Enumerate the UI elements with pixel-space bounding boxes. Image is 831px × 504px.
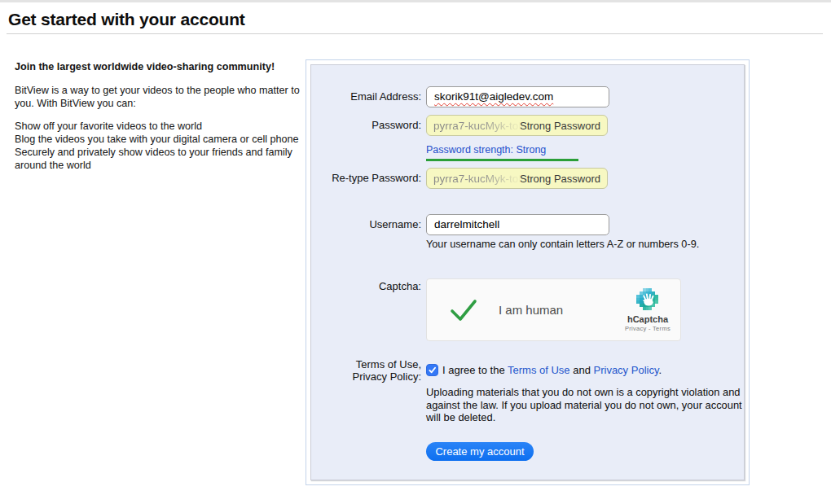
hcaptcha-brand-block[interactable]: hCaptcha Privacy - Terms — [625, 288, 671, 332]
hcaptcha-privacy-terms-links[interactable]: Privacy - Terms — [625, 325, 671, 332]
terms-label-line2: Privacy Policy: — [311, 370, 421, 383]
password-strength-badge: Strong Password — [520, 120, 600, 132]
email-field[interactable]: skorik91t@aigledev.com — [426, 86, 609, 107]
password-field[interactable]: pyrra7-kucMyk-tok Strong Password — [426, 115, 608, 136]
username-value: darrelmitchell — [434, 218, 499, 230]
intro-paragraph: BitView is a way to get your videos to t… — [15, 84, 301, 110]
retype-password-label: Re-type Password: — [311, 168, 426, 189]
terms-label: Terms of Use, Privacy Policy: — [311, 357, 426, 383]
agree-middle: and — [570, 364, 594, 376]
terms-agree-text: I agree to the Terms of Use and Privacy … — [442, 364, 662, 376]
intro-bullet: Blog the videos you take with your digit… — [15, 133, 301, 146]
password-strength-bar — [426, 159, 578, 161]
captcha-checkmark-icon — [450, 298, 477, 322]
top-edge-strip — [0, 0, 831, 2]
username-hint: Your username can only contain letters A… — [426, 239, 744, 250]
password-label: Password: — [311, 115, 426, 136]
terms-of-use-link[interactable]: Terms of Use — [508, 364, 570, 376]
email-value: skorik91t@aigledev.com — [434, 90, 553, 103]
password-value: pyrra7-kucMyk-tok — [433, 120, 520, 132]
password-strength-text: Password strength: Strong — [426, 144, 744, 156]
privacy-policy-link[interactable]: Privacy Policy — [594, 364, 659, 376]
intro-column: Join the largest worldwide video-sharing… — [15, 60, 301, 172]
signup-form: Email Address: skorik91t@aigledev.com Pa… — [310, 64, 745, 480]
email-label: Email Address: — [311, 86, 426, 107]
page-title: Get started with your account — [8, 10, 245, 29]
intro-heading: Join the largest worldwide video-sharing… — [15, 60, 301, 73]
agree-suffix: . — [658, 364, 662, 376]
agree-prefix: I agree to the — [442, 364, 508, 376]
retype-password-value: pyrra7-kucMyk-tok — [433, 173, 520, 185]
hcaptcha-logo-icon — [636, 288, 658, 310]
username-label: Username: — [311, 214, 426, 235]
captcha-label: Captcha: — [311, 278, 426, 341]
terms-agree-checkbox[interactable] — [426, 364, 438, 376]
terms-label-line1: Terms of Use, — [311, 358, 421, 370]
username-field[interactable]: darrelmitchell — [426, 214, 609, 235]
intro-bullet-list: Show off your favorite videos to the wor… — [15, 120, 301, 172]
signup-form-panel: Email Address: skorik91t@aigledev.com Pa… — [306, 59, 750, 485]
intro-bullet: Securely and privately show videos to yo… — [15, 146, 301, 172]
retype-strength-badge: Strong Password — [520, 173, 600, 185]
copyright-warning: Uploading materials that you do not own … — [426, 386, 745, 424]
title-divider — [7, 33, 823, 34]
create-account-button[interactable]: Create my account — [426, 442, 534, 461]
checkbox-check-icon — [428, 366, 437, 375]
captcha-status-text: I am human — [499, 303, 563, 317]
retype-password-field[interactable]: pyrra7-kucMyk-tok Strong Password — [426, 168, 608, 189]
hcaptcha-widget[interactable]: I am human — [426, 278, 681, 341]
hcaptcha-brand-name: hCaptcha — [625, 314, 671, 324]
intro-bullet: Show off your favorite videos to the wor… — [15, 120, 301, 133]
